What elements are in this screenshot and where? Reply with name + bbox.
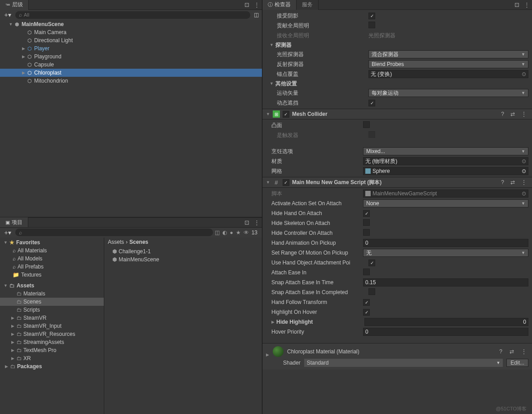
favorites-header[interactable]: ▼ ★ Favorites (0, 238, 104, 247)
add-button[interactable]: +▾ (2, 11, 13, 18)
hierarchy-search[interactable]: ⌕ (15, 11, 250, 19)
help-icon[interactable]: ? (499, 111, 506, 117)
receive-shadows-checkbox[interactable]: ✓ (368, 13, 375, 19)
preset-icon[interactable]: ⇄ (508, 348, 516, 355)
expand-arrow-icon[interactable]: ▶ (10, 324, 15, 328)
type-filter-icon[interactable]: ◐ (222, 229, 227, 236)
dynamic-occlusion-checkbox[interactable]: ✓ (368, 100, 375, 106)
highlight-hover-checkbox[interactable]: ✓ (363, 309, 370, 316)
folder-item[interactable]: 🗀Scenes (0, 298, 104, 306)
services-tab[interactable]: 服务 (297, 0, 319, 10)
search-category-icon[interactable]: ◫ (252, 12, 260, 18)
expand-arrow-icon[interactable]: ▶ (10, 340, 15, 344)
expand-arrow-icon[interactable]: ▶ (10, 348, 15, 352)
snap-attach-time-field[interactable]: 0.15 (363, 278, 528, 286)
folder-item[interactable]: 🗀Materials (0, 290, 104, 298)
menu-icon[interactable]: ⋮ (519, 348, 528, 355)
menu-icon[interactable]: ⋮ (252, 1, 262, 8)
mesh-field[interactable]: Sphere⊙ (363, 167, 528, 175)
hierarchy-item[interactable]: ⬡ Capsule (0, 61, 262, 69)
packages-folder[interactable]: ▶ 🗀 Packages (0, 362, 104, 370)
script-enabled-checkbox[interactable]: ✓ (283, 179, 289, 186)
folder-item[interactable]: ▶🗀XR (0, 354, 104, 362)
anchor-override-field[interactable]: 无 (变换)⊙ (368, 70, 528, 78)
use-hand-object-checkbox[interactable]: ✓ (368, 260, 375, 266)
expand-arrow-icon[interactable]: ▶ (10, 332, 15, 336)
folder-item[interactable]: ▶🗀StreamingAssets (0, 338, 104, 346)
add-button[interactable]: +▾ (2, 229, 13, 236)
menu-icon[interactable]: ⋮ (522, 1, 532, 8)
folder-item[interactable]: ▶🗀TextMesh Pro (0, 346, 104, 354)
hide-hand-checkbox[interactable]: ✓ (363, 210, 370, 217)
folder-item[interactable]: ▶🗀SteamVR_Resources (0, 330, 104, 338)
breadcrumb-item[interactable]: Assets (108, 239, 124, 245)
probes-header[interactable]: ▼探测器 (262, 40, 532, 49)
search-input[interactable] (24, 12, 247, 18)
favorite-icon[interactable]: ★ (236, 229, 241, 236)
expand-arrow-icon[interactable]: ▶ (10, 316, 15, 320)
contribute-gi-checkbox[interactable] (368, 22, 375, 28)
motion-vectors-dropdown[interactable]: 每对象运动▼ (368, 89, 528, 97)
expand-arrow-icon[interactable]: ▶ (21, 46, 26, 51)
project-tab[interactable]: ▣ 项目 (0, 217, 28, 227)
snap-attach-completed-checkbox[interactable] (368, 288, 375, 295)
favorite-item[interactable]: ⌕All Prefabs (0, 263, 104, 271)
help-icon[interactable]: ? (497, 348, 504, 355)
assets-header[interactable]: ▼ 🗀 Assets (0, 282, 104, 290)
favorite-item[interactable]: ⌕All Materials (0, 247, 104, 255)
hover-priority-field[interactable]: 0 (363, 328, 528, 336)
reflection-probes-dropdown[interactable]: Blend Probes▼ (368, 60, 528, 68)
asset-item[interactable]: ⬢MainMenuScene (104, 255, 262, 264)
breadcrumb-item[interactable]: Scenes (129, 239, 148, 245)
menu-icon[interactable]: ⋮ (519, 179, 528, 185)
material-field[interactable]: 无 (物理材质)⊙ (363, 157, 528, 165)
scene-row[interactable]: ▼ ⬢ MainMenuScene (0, 20, 262, 28)
activate-action-dropdown[interactable]: None▼ (363, 199, 528, 207)
menu-icon[interactable]: ⋮ (519, 111, 528, 117)
hide-skeleton-checkbox[interactable] (363, 219, 370, 226)
hierarchy-item[interactable]: ⬡ Mitochondrion (0, 77, 262, 85)
textures-folder[interactable]: 📁 Textures (0, 271, 104, 279)
mesh-collider-enabled-checkbox[interactable]: ✓ (283, 111, 289, 118)
hidden-icon[interactable]: 👁 (244, 229, 249, 236)
hierarchy-item[interactable]: ▶ ⬡ Chloroplast (0, 69, 262, 77)
hierarchy-item[interactable]: ▶ ⬡ Playground (0, 53, 262, 61)
lock-icon[interactable]: ⊡ (512, 1, 522, 8)
preset-icon[interactable]: ⇄ (509, 111, 517, 117)
preset-icon[interactable]: ⇄ (509, 179, 517, 185)
hierarchy-item[interactable]: ▶ ⬡ Player (0, 44, 262, 53)
inspector-tab[interactable]: ⓘ 检查器 (262, 0, 297, 10)
search-input[interactable] (24, 230, 209, 235)
hierarchy-item[interactable]: ⬡ Main Camera (0, 28, 262, 36)
label-filter-icon[interactable]: ● (230, 229, 233, 236)
hide-controller-checkbox[interactable] (363, 229, 370, 236)
shader-dropdown[interactable]: Standard▼ (304, 359, 503, 367)
convex-checkbox[interactable] (363, 121, 370, 128)
cooking-options-dropdown[interactable]: Mixed...▼ (363, 147, 528, 155)
attach-ease-checkbox[interactable] (363, 269, 370, 275)
edit-button[interactable]: Edit... (506, 359, 528, 367)
folder-item[interactable]: ▶🗀SteamVR_Input (0, 322, 104, 330)
hand-follow-checkbox[interactable]: ✓ (363, 299, 370, 306)
light-probes-dropdown[interactable]: 混合探测器▼ (368, 50, 528, 58)
hide-highlight-label[interactable]: Hide Highlight (276, 319, 364, 325)
folder-item[interactable]: ▶🗀SteamVR (0, 314, 104, 322)
project-search[interactable]: ⌕ (15, 229, 213, 236)
mesh-collider-header[interactable]: ▼ ⊞ ✓ Mesh Collider ? ⇄ ⋮ (262, 109, 532, 119)
hand-animation-field[interactable]: 0 (363, 239, 528, 247)
hierarchy-tab[interactable]: ≔ 层级 (0, 0, 29, 10)
expand-arrow-icon[interactable]: ▶ (4, 364, 9, 369)
expand-arrow-icon[interactable]: ▶ (266, 352, 269, 357)
asset-item[interactable]: ⬢Challenge1-1 (104, 247, 262, 255)
additional-settings-header[interactable]: ▼其他设置 (262, 79, 532, 88)
favorite-item[interactable]: ⌕All Models (0, 255, 104, 263)
lock-icon[interactable]: ⊡ (242, 219, 252, 226)
folder-item[interactable]: 🗀Scripts (0, 306, 104, 314)
expand-arrow-icon[interactable]: ▶ (10, 356, 15, 361)
lock-icon[interactable]: ⊡ (242, 1, 252, 8)
hierarchy-item[interactable]: ⬡ Directional Light (0, 36, 262, 44)
script-component-header[interactable]: ▼ # ✓ Main Menu New Game Script (脚本) ? ⇄… (262, 177, 532, 188)
help-icon[interactable]: ? (499, 179, 506, 185)
menu-icon[interactable]: ⋮ (252, 219, 262, 226)
set-range-dropdown[interactable]: 无▼ (363, 249, 528, 257)
